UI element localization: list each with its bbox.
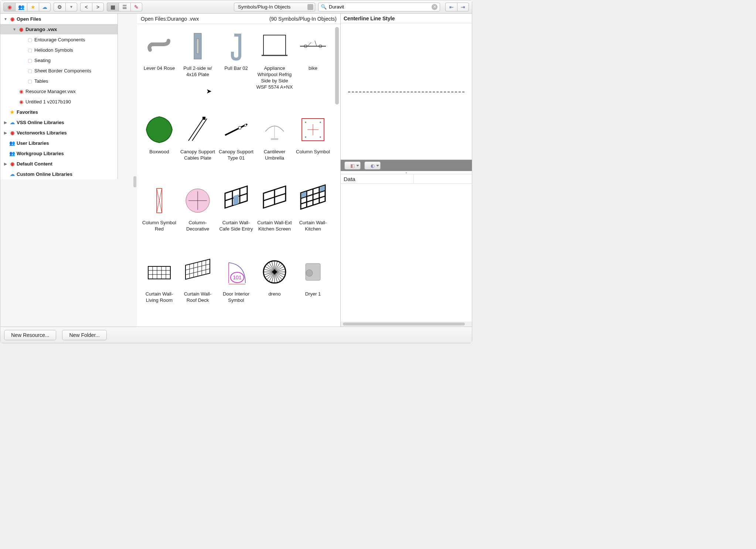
sidebar-item-9[interactable]: ★Favorites bbox=[0, 107, 118, 117]
resource-type-filter[interactable]: Symbols/Plug-In Objects bbox=[234, 3, 315, 11]
sidebar-item-label: VSS Online Libraries bbox=[17, 120, 64, 125]
thumbnail-item[interactable]: Cantilever Umbrella bbox=[256, 111, 293, 181]
grid-icon: ▦ bbox=[110, 4, 115, 10]
new-resource-button[interactable]: New Resource... bbox=[4, 330, 56, 340]
thumbnail-item[interactable]: Canopy Support Type 01 bbox=[218, 111, 255, 181]
thumbnail-item[interactable]: Column Symbol bbox=[294, 111, 331, 181]
sidebar-item-3[interactable]: ▢Heliodon Symbols bbox=[0, 45, 118, 55]
thumbnail-image bbox=[218, 111, 255, 148]
sidebar-item-label: Sheet Border Components bbox=[34, 68, 91, 74]
search-input[interactable] bbox=[329, 4, 429, 10]
tab-vectorworks[interactable]: ◉ bbox=[3, 3, 15, 11]
svg-rect-44 bbox=[148, 266, 170, 279]
teapot-icon: ◐ bbox=[371, 163, 375, 168]
tab-favorites[interactable]: ★ bbox=[27, 3, 39, 11]
thumbnail-item[interactable]: Curtain Wall-Ext Kitchen Screen bbox=[256, 182, 293, 252]
sidebar-item-4[interactable]: ▢Seating bbox=[0, 55, 118, 65]
folder-icon: ▢ bbox=[27, 68, 33, 74]
thumbnail-item[interactable]: dreno bbox=[256, 253, 293, 323]
thumbnail-item[interactable]: Column Symbol Red bbox=[141, 182, 178, 252]
sidebar-item-12[interactable]: 👥User Libraries bbox=[0, 138, 118, 148]
sidebar-item-label: Resource Manager.vwx bbox=[25, 89, 76, 94]
splitter-grip[interactable]: ● bbox=[341, 171, 472, 174]
thumbnail-item[interactable]: 101Door Interior Symbol bbox=[218, 253, 255, 323]
settings-menu[interactable]: ▼ bbox=[65, 3, 77, 11]
svg-point-19 bbox=[320, 122, 321, 123]
folder-icon: ▢ bbox=[27, 78, 33, 84]
thumbnail-label: Curtain Wall-Ext Kitchen Screen bbox=[256, 220, 293, 232]
preview-area bbox=[341, 23, 472, 160]
nav-forward[interactable]: > bbox=[92, 3, 104, 11]
nav-back[interactable]: < bbox=[80, 3, 92, 11]
disclosure-icon: ▼ bbox=[12, 27, 17, 31]
folder-icon: ▢ bbox=[27, 47, 33, 53]
thumbnail-item[interactable]: Column-Decorative bbox=[179, 182, 216, 252]
data-value-column bbox=[413, 174, 469, 183]
new-folder-button[interactable]: New Folder... bbox=[62, 330, 106, 340]
render-mode-3d[interactable]: ◧ bbox=[344, 161, 361, 170]
sidebar-item-6[interactable]: ▢Tables bbox=[0, 76, 118, 86]
sidebar-item-15[interactable]: ☁Custom Online Libraries bbox=[0, 169, 118, 179]
svg-point-11 bbox=[238, 126, 241, 129]
search-box[interactable]: 🔍 ✕ bbox=[318, 3, 440, 11]
thumbnail-label: Pull Bar 02 bbox=[224, 65, 248, 72]
thumbnail-label: Curtain Wall-Roof Deck bbox=[179, 291, 216, 304]
sidebar-item-label: Vectorworks Libraries bbox=[17, 130, 67, 136]
thumbnail-label: Boxwood bbox=[149, 149, 169, 155]
sidebar-item-13[interactable]: 👥Workgroup Libraries bbox=[0, 148, 118, 158]
thumbnail-item[interactable]: Pull 2-side w/ 4x16 Plate bbox=[179, 28, 216, 110]
data-scrollbar-horizontal[interactable] bbox=[341, 321, 472, 327]
sidebar-item-label: Workgroup Libraries bbox=[17, 151, 64, 156]
sidebar-item-1[interactable]: ▼◉Durango .vwx bbox=[0, 24, 118, 34]
sidebar-scrollbar[interactable] bbox=[133, 176, 136, 187]
svg-line-7 bbox=[188, 119, 203, 141]
sidebar-item-10[interactable]: ▶☁VSS Online Libraries bbox=[0, 117, 118, 127]
thumbnail-label: Dryer 1 bbox=[305, 291, 321, 297]
thumbnail-item[interactable]: Curtain Wall-Cafe Side Entry bbox=[218, 182, 255, 252]
star-icon: ★ bbox=[31, 4, 35, 10]
thumbnail-item[interactable]: Boxwood bbox=[141, 111, 178, 181]
thumbnail-item[interactable]: Canopy Support Cables Plate bbox=[179, 111, 216, 181]
thumbnail-label: Column Symbol bbox=[296, 149, 330, 155]
sidebar-item-2[interactable]: ▢Entourage Components bbox=[0, 34, 118, 45]
thumbnail-item[interactable]: Curtain Wall-Living Room bbox=[141, 253, 178, 323]
collapse-right-button[interactable]: ⇥ bbox=[457, 3, 469, 11]
thumbnail-image bbox=[179, 253, 216, 290]
star-icon: ★ bbox=[9, 109, 15, 115]
render-mode-wire[interactable]: ◐ bbox=[364, 161, 381, 170]
preview-panel: Centerline Line Style ◧ ◐ ● Data bbox=[341, 14, 472, 327]
thumbnail-label: Curtain Wall-Living Room bbox=[141, 291, 178, 304]
thumbnail-item[interactable]: Pull Bar 02 bbox=[218, 28, 255, 110]
thumbnail-item[interactable]: Appliance Whirlpool Refrig Side by Side … bbox=[256, 28, 293, 110]
thumbnail-item[interactable]: Dryer 1 bbox=[294, 253, 331, 323]
thumbnail-item[interactable]: Curtain Wall-Kitchen bbox=[294, 182, 331, 252]
sidebar-item-0[interactable]: ▼◉Open Files bbox=[0, 14, 118, 24]
view-list[interactable]: ☰ bbox=[119, 3, 130, 11]
thumbnail-label: Lever 04 Rose bbox=[144, 65, 175, 72]
browser-scrollbar[interactable] bbox=[335, 27, 339, 105]
pencil-list-icon: ✎ bbox=[134, 4, 139, 10]
thumbnail-image bbox=[179, 28, 216, 65]
sidebar-item-14[interactable]: ▶◉Default Content bbox=[0, 158, 118, 169]
sidebar-item-11[interactable]: ▶◉Vectorworks Libraries bbox=[0, 127, 118, 138]
thumbnail-image bbox=[256, 111, 293, 148]
sidebar-item-5[interactable]: ▢Sheet Border Components bbox=[0, 65, 118, 76]
svg-point-90 bbox=[306, 270, 313, 276]
clear-search-button[interactable]: ✕ bbox=[432, 4, 437, 10]
collapse-left-button[interactable]: ⇤ bbox=[445, 3, 457, 11]
sidebar-item-8[interactable]: ◉Untitled 1 v2017b190 bbox=[0, 96, 118, 107]
cube-icon: ◧ bbox=[350, 163, 355, 168]
view-thumbnails[interactable]: ▦ bbox=[107, 3, 119, 11]
tab-cloud[interactable]: ☁ bbox=[39, 3, 51, 11]
thumbnail-image: 101 bbox=[218, 253, 255, 290]
settings-button[interactable]: ⚙ bbox=[54, 3, 65, 11]
view-edit[interactable]: ✎ bbox=[130, 3, 142, 11]
thumbnail-item[interactable]: bike bbox=[294, 28, 331, 110]
thumbnail-image bbox=[141, 111, 178, 148]
thumbnail-item[interactable]: Curtain Wall-Roof Deck bbox=[179, 253, 216, 323]
svg-rect-9 bbox=[202, 117, 205, 120]
tab-workgroup[interactable]: 👥 bbox=[15, 3, 27, 11]
thumbnail-image bbox=[294, 111, 331, 148]
thumbnail-item[interactable]: Lever 04 Rose bbox=[141, 28, 178, 110]
sidebar-item-7[interactable]: ◉Resource Manager.vwx bbox=[0, 86, 118, 96]
